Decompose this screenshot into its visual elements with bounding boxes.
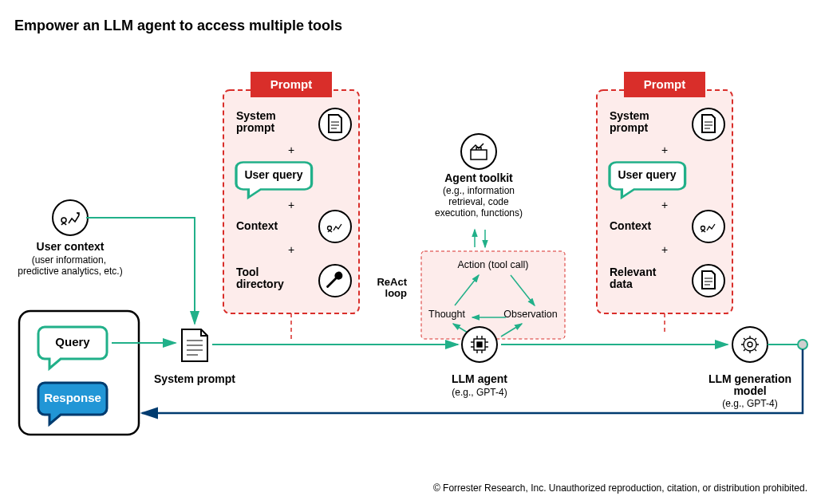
- svg-rect-14: [477, 342, 482, 347]
- svg-text:+: +: [661, 243, 668, 256]
- svg-text:+: +: [288, 243, 294, 256]
- llm-agent-label: LLM agent: [452, 372, 507, 385]
- llm-gen-sub: (e.g., GPT-4): [722, 398, 777, 409]
- react-loop-label: ReActloop: [377, 276, 407, 299]
- prompt1-item2: Context: [236, 219, 278, 232]
- gear-chip-icon: [732, 327, 768, 362]
- prompt2-header-label: Prompt: [644, 77, 686, 91]
- footer-text: © Forrester Research, Inc. Unauthorized …: [433, 482, 807, 494]
- prompt2-item0: Systemprompt: [610, 109, 649, 134]
- page-title: Empower an LLM agent to access multiple …: [14, 18, 342, 33]
- prompt1-item0: Systemprompt: [236, 109, 276, 134]
- user-context-label: User context: [37, 240, 105, 253]
- prompt2-item1: User query: [618, 168, 676, 181]
- react-action: Action (tool call): [458, 259, 529, 270]
- prompt1-item1: User query: [244, 168, 302, 181]
- response-bubble-label: Response: [44, 391, 101, 404]
- svg-text:+: +: [288, 144, 294, 156]
- query-bubble-label: Query: [55, 335, 90, 348]
- svg-text:+: +: [661, 199, 668, 211]
- context-analytics-icon-2: [693, 211, 724, 242]
- context-analytics-icon: [319, 211, 351, 242]
- output-node: [798, 340, 807, 349]
- system-prompt-label: System prompt: [154, 372, 235, 385]
- agent-toolkit-label: Agent toolkit: [444, 171, 513, 184]
- toolkit-icon: [461, 134, 496, 169]
- react-thought: Thought: [428, 309, 465, 320]
- svg-text:+: +: [661, 144, 668, 156]
- llm-gen-label: LLM generationmodel: [708, 372, 791, 397]
- svg-text:+: +: [288, 199, 294, 211]
- analytics-icon: [53, 200, 88, 235]
- prompt1-header-label: Prompt: [270, 77, 313, 91]
- user-context-sub: (user information, predictive analytics,…: [18, 254, 122, 277]
- prompt2-item2: Context: [610, 219, 651, 232]
- react-observation: Observation: [503, 309, 557, 320]
- agent-toolkit-sub: (e.g., informationretrieval, codeexecuti…: [435, 185, 523, 219]
- llm-agent-sub: (e.g., GPT-4): [452, 387, 507, 398]
